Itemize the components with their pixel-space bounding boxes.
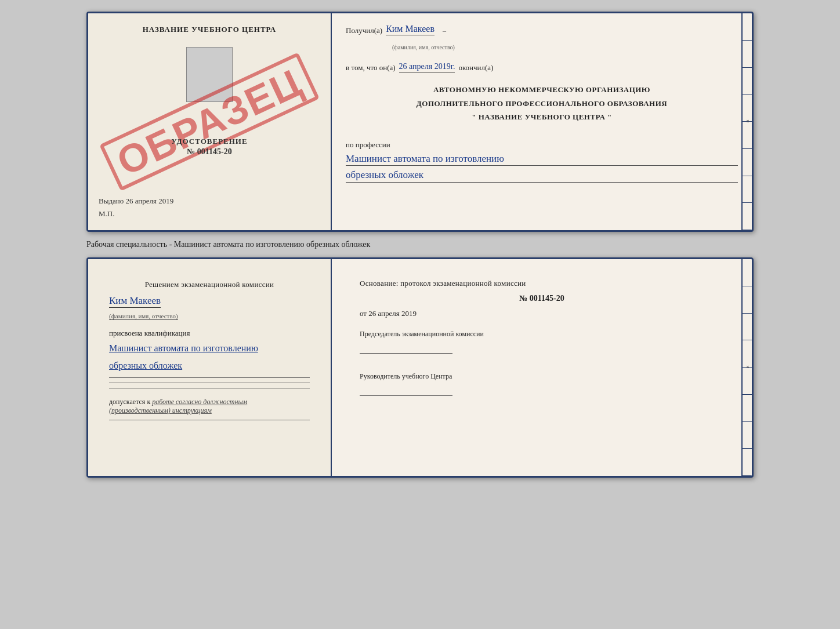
side-bar-b4 bbox=[743, 340, 752, 368]
vydano-label: Выдано bbox=[99, 197, 124, 205]
bottom-right-content: Основание: протокол экзаменационной коми… bbox=[346, 270, 738, 408]
school-title-top: НАЗВАНИЕ УЧЕБНОГО ЦЕНТРА bbox=[143, 25, 277, 34]
side-bar-6 bbox=[743, 149, 752, 176]
mp-label: М.П. bbox=[99, 209, 114, 219]
center-head-signature-line bbox=[360, 395, 452, 396]
underline-2 bbox=[109, 383, 310, 383]
bottom-left-content: Решением экзаменационной комиссии Ким Ма… bbox=[99, 271, 320, 430]
side-bar-7 bbox=[743, 176, 752, 203]
received-name: Ким Макеев bbox=[386, 24, 435, 35]
protocol-date-row: от 26 апреля 2019 bbox=[360, 309, 724, 318]
center-head-block: Руководитель учебного Центра bbox=[360, 372, 724, 398]
bottom-right-panel: Основание: протокол экзаменационной коми… bbox=[332, 259, 752, 476]
underline-1 bbox=[109, 377, 310, 378]
photo-placeholder bbox=[186, 47, 233, 102]
side-bar-b5 bbox=[743, 368, 752, 395]
center-head-label: Руководитель учебного Центра bbox=[360, 372, 724, 381]
org-line3: " НАЗВАНИЕ УЧЕБНОГО ЦЕНТРА " bbox=[346, 111, 738, 123]
document-container: НАЗВАНИЕ УЧЕБНОГО ЦЕНТРА ОБРАЗЕЦ УДОСТОВ… bbox=[12, 12, 828, 478]
top-left-panel: НАЗВАНИЕ УЧЕБНОГО ЦЕНТРА ОБРАЗЕЦ УДОСТОВ… bbox=[88, 13, 332, 230]
vydano-block: Выдано 26 апреля 2019 bbox=[99, 191, 173, 206]
side-bar-b7 bbox=[743, 422, 752, 449]
underline-4 bbox=[109, 420, 310, 420]
top-certificate-card: НАЗВАНИЕ УЧЕБНОГО ЦЕНТРА ОБРАЗЕЦ УДОСТОВ… bbox=[86, 12, 754, 232]
chairman-label: Председатель экзаменационной комиссии bbox=[360, 330, 724, 339]
profession-label-top: по профессии bbox=[346, 140, 738, 150]
underline-3 bbox=[109, 388, 310, 388]
org-line2: ДОПОЛНИТЕЛЬНОГО ПРОФЕССИОНАЛЬНОГО ОБРАЗО… bbox=[346, 98, 738, 110]
fio-label-bottom: (фамилия, имя, отчество) bbox=[109, 312, 178, 320]
org-block: АВТОНОМНУЮ НЕКОММЕРЧЕСКУЮ ОРГАНИЗАЦИЮ ДО… bbox=[346, 82, 738, 125]
side-label-and: и bbox=[746, 120, 752, 124]
received-row: Получил(а) Ким Макеев – bbox=[346, 24, 738, 35]
side-bar-b8 bbox=[743, 449, 752, 476]
assigned-label: присвоена квалификация bbox=[109, 329, 310, 338]
protocol-number: № 001145-20 bbox=[360, 294, 724, 303]
side-bar-b2 bbox=[743, 286, 752, 314]
side-bar-4 bbox=[743, 94, 752, 122]
org-line1: АВТОНОМНУЮ НЕКОММЕРЧЕСКУЮ ОРГАНИЗАЦИЮ bbox=[346, 84, 738, 96]
chairman-block: Председатель экзаменационной комиссии bbox=[360, 330, 724, 356]
bottom-left-panel: Решением экзаменационной комиссии Ким Ма… bbox=[88, 259, 332, 476]
udost-block: УДОСТОВЕРЕНИЕ № 001145-20 bbox=[171, 137, 247, 157]
top-right-panel: Получил(а) Ким Макеев – (фамилия, имя, о… bbox=[332, 13, 752, 230]
side-bar-b1 bbox=[743, 259, 752, 286]
in-that-label: в том, что он(а) bbox=[346, 63, 396, 72]
vydano-date: 26 апреля 2019 bbox=[126, 197, 174, 205]
bottom-certificate-card: Решением экзаменационной комиссии Ким Ма… bbox=[86, 257, 754, 478]
side-bars-right-bottom: и bbox=[741, 259, 752, 476]
side-bar-1 bbox=[743, 13, 752, 41]
finished-label: окончил(а) bbox=[458, 63, 493, 72]
allowed-label: допускается к bbox=[109, 398, 150, 406]
profession-block-top: по профессии Машинист автомата по изгото… bbox=[346, 136, 738, 183]
side-bars-right-top: и bbox=[741, 13, 752, 230]
protocol-date: 26 апреля 2019 bbox=[368, 309, 417, 318]
udost-number: № 001145-20 bbox=[171, 147, 247, 157]
basis-label: Основание: протокол экзаменационной коми… bbox=[360, 279, 724, 288]
caption-text: Рабочая специальность - Машинист автомат… bbox=[86, 238, 754, 252]
side-bar-5 bbox=[743, 122, 752, 149]
profession-line2-bottom: обрезных обложек bbox=[109, 359, 310, 373]
side-bar-3 bbox=[743, 68, 752, 95]
profession-line1-bottom: Машинист автомата по изготовлению bbox=[109, 341, 310, 355]
allowed-block: допускается к работе согласно должностны… bbox=[109, 398, 310, 415]
fio-label-top: (фамилия, имя, отчество) bbox=[392, 44, 455, 50]
profession-value-line1-top: Машинист автомата по изготовлению bbox=[346, 152, 738, 166]
chairman-signature-line bbox=[360, 353, 452, 354]
udost-label: УДОСТОВЕРЕНИЕ bbox=[171, 137, 247, 146]
person-name-bottom: Ким Макеев bbox=[109, 295, 161, 308]
section-title-bottom: Решением экзаменационной комиссии bbox=[109, 280, 310, 289]
profession-value-line2-top: обрезных обложек bbox=[346, 168, 738, 183]
side-bar-b6 bbox=[743, 395, 752, 422]
protocol-date-prefix: от bbox=[360, 309, 367, 318]
side-label-and-bottom: и bbox=[746, 366, 752, 370]
side-bar-2 bbox=[743, 41, 752, 68]
completion-date: 26 апреля 2019г. bbox=[399, 62, 455, 72]
received-label: Получил(а) bbox=[346, 26, 382, 35]
in-that-row: в том, что он(а) 26 апреля 2019г. окончи… bbox=[346, 62, 738, 72]
side-bar-b3 bbox=[743, 314, 752, 341]
side-bar-8 bbox=[743, 203, 752, 230]
